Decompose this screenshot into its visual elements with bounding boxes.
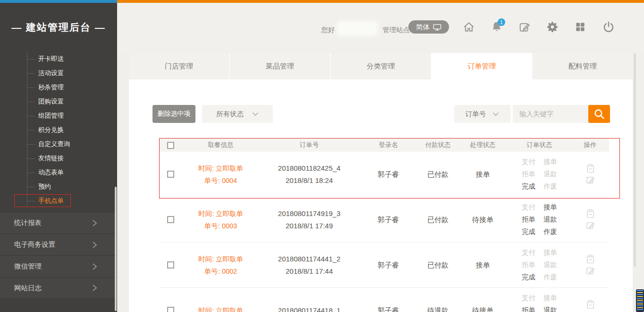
monitor-icon	[433, 24, 441, 31]
tab-category-manage[interactable]: 分类管理	[331, 53, 432, 79]
status-link-void[interactable]: 作废	[543, 181, 557, 192]
status-link-accept[interactable]: 接单	[543, 292, 557, 304]
clipboard-icon[interactable]	[585, 254, 595, 264]
row-checkbox[interactable]	[167, 171, 174, 178]
sidebar-item-label: 积分兑换	[38, 126, 64, 134]
power-icon[interactable]	[602, 21, 615, 33]
login-name: 郭子睿	[359, 214, 418, 226]
status-link-reject[interactable]: 拒单	[522, 259, 535, 271]
sidebar-item-mobile-ordering[interactable]: 手机点单	[0, 194, 117, 208]
chevron-right-icon	[92, 241, 97, 249]
edit-icon[interactable]	[518, 21, 531, 33]
sidebar-sections: 统计报表 电子商务设置 微信管理 网站日志	[0, 212, 117, 299]
col-pickup-info: 取餐信息	[182, 141, 260, 149]
grid-icon[interactable]	[574, 21, 586, 33]
sidebar-item-ecommerce-settings[interactable]: 电子商务设置	[0, 234, 117, 255]
sidebar-item-label: 开卡即送	[38, 55, 64, 63]
tree-tick	[27, 59, 35, 60]
sidebar-item-reservation[interactable]: 预约	[0, 180, 117, 194]
clipboard-icon[interactable]	[585, 300, 595, 310]
managed-site-label: 管理站点:	[382, 26, 412, 35]
sidebar-item-dynamic-forms[interactable]: 动态表单	[0, 165, 117, 180]
tree-tick	[27, 116, 35, 116]
status-link-complete[interactable]: 完成	[522, 271, 535, 283]
search-button[interactable]	[588, 105, 610, 123]
status-link-pay[interactable]: 支付	[522, 156, 535, 168]
sidebar-item-label: 自定义查询	[38, 140, 70, 148]
edit-row-icon[interactable]	[585, 220, 595, 230]
clipboard-icon[interactable]	[585, 164, 595, 173]
chevron-down-icon	[492, 112, 499, 116]
status-link-reject[interactable]: 拒单	[522, 304, 535, 312]
status-filter-dropdown[interactable]: 所有状态	[202, 105, 273, 123]
row-checkbox[interactable]	[167, 261, 174, 269]
content-scrollbar[interactable]	[634, 53, 636, 267]
sidebar-item-flash-sale[interactable]: 秒杀管理	[0, 80, 117, 95]
tab-order-manage[interactable]: 订单管理	[432, 53, 533, 79]
process-status: 接单	[458, 259, 508, 271]
tree-tick	[27, 173, 35, 173]
status-link-complete[interactable]: 完成	[522, 181, 535, 192]
status-link-complete[interactable]: 完成	[522, 226, 535, 238]
status-link-refund[interactable]: 退款	[543, 214, 557, 225]
sidebar-scrollbar[interactable]	[115, 187, 117, 311]
table-row: 时间: 立即取单单号: 0003 20180801174919_32018/8/…	[159, 197, 609, 243]
sidebar-item-wechat-manage[interactable]: 微信管理	[0, 255, 117, 277]
pickup-info: 时间: 立即取单单号: 0003	[182, 208, 260, 232]
home-icon[interactable]	[463, 21, 475, 33]
process-status: 接单	[458, 168, 508, 181]
status-link-accept[interactable]: 接单	[543, 201, 557, 213]
active-item-highlight	[14, 194, 71, 207]
sidebar-item-team-manage[interactable]: 组团管理	[0, 109, 117, 123]
order-status-actions: 支付 接单 拒单 退款 完成 作废	[508, 156, 571, 192]
language-site-button[interactable]: 简体	[408, 20, 449, 34]
tab-dish-manage[interactable]: 菜品管理	[230, 53, 331, 79]
status-link-pay[interactable]: 支付	[522, 247, 535, 259]
search-input[interactable]	[513, 105, 588, 123]
status-link-reject[interactable]: 拒单	[522, 168, 535, 180]
select-all-checkbox[interactable]	[167, 142, 174, 149]
status-link-refund[interactable]: 退款	[543, 304, 557, 312]
edit-row-icon[interactable]	[585, 175, 595, 185]
tab-ingredient-manage[interactable]: 配料管理	[533, 53, 633, 79]
status-link-reject[interactable]: 拒单	[522, 214, 535, 225]
sidebar-item-open-card-gift[interactable]: 开卡即送	[0, 52, 117, 66]
status-link-pay[interactable]: 支付	[522, 201, 535, 213]
status-link-accept[interactable]: 接单	[543, 247, 557, 259]
sidebar-item-group-buy[interactable]: 团购设置	[0, 95, 117, 109]
status-link-void[interactable]: 作废	[543, 226, 557, 238]
table-header-row: 取餐信息 订单号 登录名 付款状态 处理状态 订单状态 操作	[159, 139, 609, 152]
bell-icon[interactable]: 1	[491, 21, 503, 33]
gear-icon[interactable]	[546, 21, 559, 33]
status-link-refund[interactable]: 退款	[543, 168, 557, 180]
top-header: 您好 管理站点: 简体 1	[117, 3, 644, 52]
sidebar-item-label: 活动设置	[38, 69, 64, 78]
tab-store-manage[interactable]: 门店管理	[129, 53, 230, 79]
sidebar-item-site-logs[interactable]: 网站日志	[0, 277, 117, 299]
status-link-refund[interactable]: 退款	[543, 259, 557, 271]
search-field-dropdown[interactable]: 订单号	[454, 105, 510, 123]
row-checkbox[interactable]	[167, 216, 174, 223]
sidebar-item-label: 秒杀管理	[38, 83, 64, 92]
row-checkbox[interactable]	[167, 307, 174, 312]
edit-row-icon[interactable]	[585, 266, 595, 276]
sidebar-item-label: 动态表单	[38, 168, 64, 177]
corner-widget	[636, 289, 644, 312]
sidebar-item-statistics-reports[interactable]: 统计报表	[0, 212, 117, 234]
status-link-accept[interactable]: 接单	[543, 156, 557, 168]
sidebar-item-friend-links[interactable]: 友情链接	[0, 151, 117, 165]
sidebar-item-custom-query[interactable]: 自定义查询	[0, 137, 117, 151]
order-status-actions: 支付 接单 拒单 退款 完成 作废	[508, 292, 571, 312]
clipboard-icon[interactable]	[585, 209, 595, 219]
sidebar-item-label: 组团管理	[38, 112, 64, 120]
col-pay-status: 付款状态	[418, 141, 458, 149]
status-link-void[interactable]: 作废	[543, 271, 557, 283]
sidebar-item-activity-settings[interactable]: 活动设置	[0, 66, 117, 80]
delete-selected-button[interactable]: 删除选中项	[153, 105, 195, 123]
sidebar-item-points-exchange[interactable]: 积分兑换	[0, 123, 117, 137]
row-actions	[571, 209, 609, 230]
table-row: 时间: 立即取单单号: 0004 20180801182425_42018/8/…	[159, 152, 609, 197]
status-link-pay[interactable]: 支付	[522, 292, 535, 304]
sidebar: — 建站管理后台 — 开卡即送 活动设置 秒杀管理 团购设置 组团管理 积分兑换…	[0, 3, 117, 312]
col-order-no: 订单号	[260, 141, 359, 149]
